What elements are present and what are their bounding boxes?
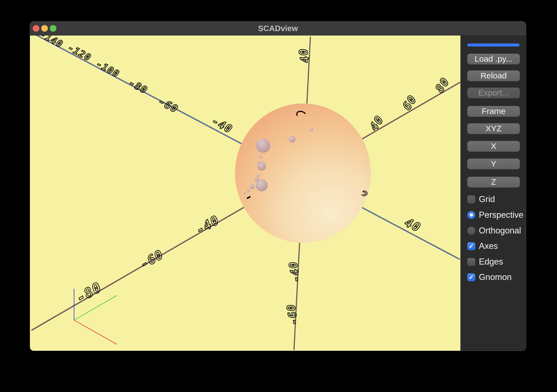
small-sphere [257, 174, 260, 177]
titlebar[interactable]: SCADview [30, 21, 526, 36]
toggle-label: Gnomon [479, 272, 512, 282]
sidebar: Load .py...ReloadExport...FrameXYZXYZ Gr… [460, 36, 526, 351]
toggle-label: Edges [479, 257, 503, 267]
gnomon-axis [74, 320, 117, 345]
toggle-row-axes[interactable]: ✓Axes [467, 242, 498, 250]
small-sphere [247, 189, 250, 192]
reload-button[interactable]: Reload [467, 70, 520, 81]
window-title: SCADview [30, 21, 526, 36]
toggle-label: Grid [479, 194, 495, 204]
export-button[interactable]: Export... [467, 88, 520, 98]
small-sphere [256, 179, 268, 191]
progress-bar [467, 43, 520, 47]
edges-checkbox[interactable] [467, 258, 475, 266]
grid-checkbox[interactable] [467, 195, 475, 203]
radio-dot-icon [470, 213, 473, 217]
axes-checkbox[interactable]: ✓ [467, 242, 475, 250]
toggle-label: Perspective [479, 210, 523, 220]
x-button[interactable]: X [467, 141, 520, 152]
small-sphere [258, 161, 260, 164]
small-sphere [244, 192, 246, 194]
gnomon-checkbox[interactable]: ✓ [467, 273, 475, 281]
axis-tick-label: 80 [433, 75, 452, 95]
toggle-row-edges[interactable]: Edges [467, 258, 503, 266]
perspective-radio[interactable] [467, 211, 475, 219]
axis-tick-label: -140 [38, 36, 65, 50]
frame-button[interactable]: Frame [467, 106, 520, 117]
check-icon: ✓ [467, 242, 475, 250]
orthogonal-radio[interactable] [467, 227, 475, 235]
main-sphere [235, 104, 371, 243]
axis-tick-label: 40 [403, 215, 423, 235]
y-button[interactable]: Y [467, 159, 520, 169]
toggle-row-perspective[interactable]: Perspective [467, 211, 523, 219]
viewport-3d[interactable]: -140-120-100-80-60-40240-40-60-804060804… [30, 36, 460, 351]
small-sphere [250, 184, 255, 189]
small-sphere [259, 156, 262, 159]
toggle-row-orthogonal[interactable]: Orthogonal [467, 227, 521, 235]
toggle-row-grid[interactable]: Grid [467, 195, 495, 203]
small-sphere [256, 138, 270, 153]
toggle-label: Orthogonal [479, 226, 521, 236]
axis-tick-label: 60 [400, 93, 419, 113]
small-sphere [310, 128, 313, 131]
axis-tick-label: -60 [284, 303, 301, 326]
axis-tick-label: 40 [296, 47, 312, 64]
check-icon: ✓ [467, 273, 475, 281]
xyz-button[interactable]: XYZ [467, 123, 520, 134]
axis-tick-label: -60 [156, 95, 180, 115]
axis-tick-label: 40 [367, 113, 386, 133]
load-py-button[interactable]: Load .py... [467, 54, 520, 64]
axis-tick-label: -120 [66, 42, 93, 63]
axis-tick-label: -60 [137, 247, 166, 272]
z-button[interactable]: Z [467, 177, 520, 187]
scadview-window: SCADview -140-120-100-80-60-40240-40-60-… [30, 21, 526, 351]
axis-tick-label: -100 [94, 58, 121, 80]
toggle-label: Axes [479, 241, 498, 251]
axis-tick-label: -40 [286, 260, 303, 284]
small-sphere [289, 136, 296, 143]
toggle-row-gnomon[interactable]: ✓Gnomon [467, 273, 512, 281]
